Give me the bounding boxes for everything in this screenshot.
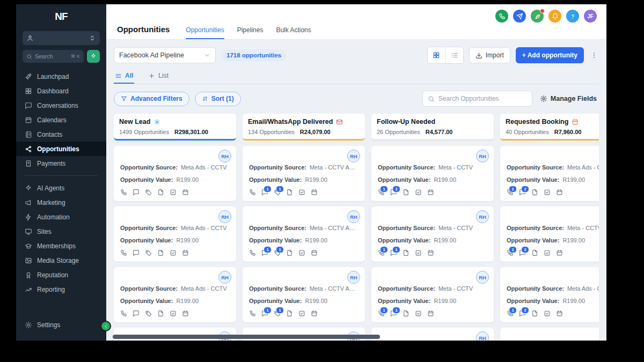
checksq-icon[interactable] <box>415 189 422 196</box>
chat-icon[interactable]: 1 <box>261 249 268 256</box>
phone-icon[interactable] <box>120 310 127 317</box>
calendar-icon[interactable] <box>427 189 434 196</box>
opportunity-card[interactable]: RHOpportunity Source:Meta Ads - CCTVOppo… <box>114 206 236 262</box>
sidebar-item-conversations[interactable]: Conversations <box>16 98 106 113</box>
calendar-icon[interactable] <box>182 189 189 196</box>
chat-icon[interactable] <box>133 189 140 196</box>
horizontal-scrollbar[interactable] <box>113 335 380 339</box>
calendar-icon[interactable] <box>556 310 563 317</box>
checksq-icon[interactable] <box>544 189 551 196</box>
checksq-icon[interactable] <box>298 249 305 256</box>
sidebar-item-reputation[interactable]: Reputation <box>16 268 106 282</box>
opportunity-card[interactable]: RHOpportunity Source:Meta - CCTVOpportun… <box>500 328 599 341</box>
sidebar-item-launchpad[interactable]: Launchpad <box>16 69 106 84</box>
sidebar-item-calendars[interactable]: Calendars <box>16 113 106 127</box>
column-header[interactable]: Requested Booking40 OpportunitiesR7,960.… <box>500 114 599 141</box>
phone-icon[interactable]: 1 <box>507 189 514 196</box>
chat-icon[interactable]: 1 <box>390 189 397 196</box>
sidebar-quick-add-button[interactable] <box>87 50 100 63</box>
file-icon[interactable] <box>286 189 293 196</box>
calendar-icon[interactable] <box>311 189 318 196</box>
help-button[interactable] <box>566 10 579 23</box>
opportunity-card[interactable]: RHOpportunity Source:Meta - CCTVOpportun… <box>371 328 494 341</box>
chat-icon[interactable] <box>133 249 140 256</box>
sidebar-item-reporting[interactable]: Reporting <box>16 282 106 297</box>
sidebar-item-sites[interactable]: Sites <box>16 224 106 239</box>
chat-icon[interactable]: 2 <box>519 189 526 196</box>
file-icon[interactable] <box>531 249 538 256</box>
calendar-icon[interactable] <box>311 310 318 317</box>
phone-icon[interactable]: 1 <box>507 249 514 256</box>
calendar-icon[interactable] <box>556 249 563 256</box>
phone-icon[interactable] <box>120 189 127 196</box>
sidebar-item-settings[interactable]: Settings <box>16 317 106 332</box>
tag-icon[interactable]: 1 <box>274 310 281 317</box>
opportunity-card[interactable]: RHOpportunity Source:Meta - CCTVOpportun… <box>371 267 494 322</box>
column-header[interactable]: Email/WhatsApp Delivered134 Opportunitie… <box>243 114 365 141</box>
column-header[interactable]: Follow-Up Needed26 OpportunitiesR4,577.0… <box>371 114 494 141</box>
chat-icon[interactable] <box>133 310 140 317</box>
checksq-icon[interactable] <box>170 189 177 196</box>
file-icon[interactable] <box>157 189 164 196</box>
sidebar-item-contacts[interactable]: Contacts <box>16 127 106 142</box>
phone-icon[interactable]: 1 <box>507 310 514 317</box>
checksq-icon[interactable] <box>170 249 177 256</box>
sidebar-search-input[interactable]: Search ⌘ K <box>23 50 84 63</box>
pipeline-select[interactable]: Facebook Ad Pipeline <box>114 47 216 63</box>
file-icon[interactable] <box>286 310 293 317</box>
file-icon[interactable] <box>402 249 409 256</box>
checksq-icon[interactable] <box>415 249 422 256</box>
tab-bulk-actions[interactable]: Bulk Actions <box>276 26 311 39</box>
column-header[interactable]: New Lead1499 OpportunitiesR298,301.00 <box>114 114 236 141</box>
add-opportunity-button[interactable]: + Add opportunity <box>516 47 584 63</box>
sort-button[interactable]: Sort (1) <box>195 92 241 106</box>
opportunity-card[interactable]: RHOpportunity Source:Meta - CCTV Automat… <box>243 267 365 322</box>
file-icon[interactable] <box>157 310 164 317</box>
file-icon[interactable] <box>157 249 164 256</box>
chat-icon[interactable]: 2 <box>519 249 526 256</box>
opportunity-card[interactable]: RHOpportunity Source:Meta Ads - CCTVOppo… <box>500 146 599 201</box>
sidebar-item-automation[interactable]: Automation <box>16 210 106 224</box>
grid-view-button[interactable] <box>428 47 445 63</box>
more-options-button[interactable] <box>589 47 599 63</box>
opportunity-card[interactable]: RHOpportunity Source:Meta - CCTVOpportun… <box>371 206 494 262</box>
user-avatar[interactable]: JF <box>584 10 597 23</box>
sidebar-collapse-button[interactable] <box>100 321 111 331</box>
search-opportunities-input[interactable]: Search Opportunities <box>422 91 532 107</box>
sidebar-item-memberships[interactable]: Memberships <box>16 239 106 253</box>
phone-icon[interactable]: 1 <box>378 189 385 196</box>
sidebar-item-ai-agents[interactable]: AI Agents <box>16 181 106 195</box>
opportunity-card[interactable]: RHOpportunity Source:Meta - CCTV Automat… <box>243 146 365 201</box>
calendar-icon[interactable] <box>182 310 189 317</box>
chat-icon[interactable]: 1 <box>390 310 397 317</box>
phone-icon[interactable] <box>120 249 127 256</box>
sidebar-item-payments[interactable]: Payments <box>16 156 106 171</box>
phone-icon[interactable]: 1 <box>378 310 385 317</box>
opportunity-card[interactable]: RHOpportunity Source:Meta Ads - CCTVOppo… <box>500 267 599 322</box>
tag-icon[interactable] <box>145 310 152 317</box>
calendar-icon[interactable] <box>556 189 563 196</box>
list-view-button[interactable] <box>445 47 463 63</box>
tab-pipelines[interactable]: Pipelines <box>237 26 264 39</box>
checksq-icon[interactable] <box>298 189 305 196</box>
file-icon[interactable] <box>402 189 409 196</box>
quick-actions-button[interactable] <box>513 10 526 23</box>
opportunity-card[interactable]: RHOpportunity Source:Meta - CCTVOpportun… <box>371 146 494 201</box>
rewards-button[interactable] <box>531 10 544 23</box>
file-icon[interactable] <box>531 310 538 317</box>
tag-icon[interactable] <box>145 189 152 196</box>
file-icon[interactable] <box>531 189 538 196</box>
calendar-icon[interactable] <box>427 310 434 317</box>
phone-icon[interactable] <box>249 249 256 256</box>
file-icon[interactable] <box>402 310 409 317</box>
tag-icon[interactable] <box>145 249 152 256</box>
opportunity-card[interactable]: RHOpportunity Source:Meta Ads - CCTVOppo… <box>114 267 236 322</box>
file-icon[interactable] <box>286 249 293 256</box>
sidebar-item-marketing[interactable]: Marketing <box>16 195 106 210</box>
phone-icon[interactable] <box>249 310 256 317</box>
calendar-icon[interactable] <box>182 249 189 256</box>
opportunity-card[interactable]: RHOpportunity Source:Meta - CCTV Automat… <box>243 206 365 262</box>
view-tab-all[interactable]: All <box>114 70 134 84</box>
chat-icon[interactable]: 1 <box>390 249 397 256</box>
calendar-icon[interactable] <box>311 249 318 256</box>
